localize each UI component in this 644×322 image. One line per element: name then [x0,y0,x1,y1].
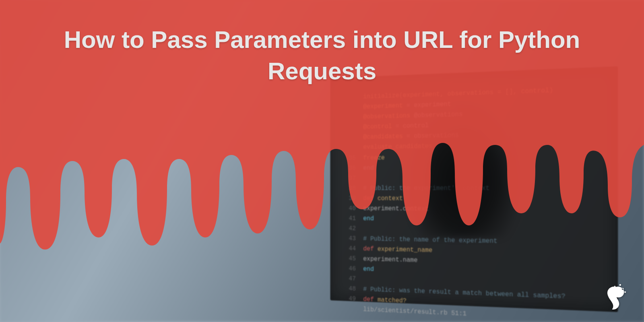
logo-icon [600,282,632,314]
brand-logo [600,282,632,314]
page-title: How to Pass Parameters into URL for Pyth… [32,24,612,87]
